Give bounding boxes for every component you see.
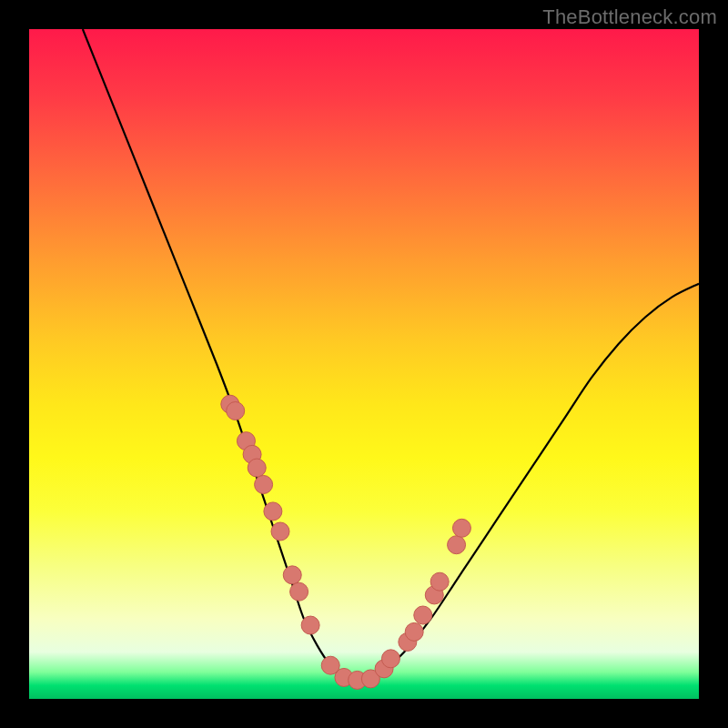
chart-svg bbox=[29, 29, 699, 699]
highlight-dot bbox=[448, 536, 466, 554]
highlight-dot bbox=[301, 616, 319, 634]
highlight-dot bbox=[405, 622, 423, 641]
highlight-dot bbox=[430, 572, 449, 591]
highlight-dots-group bbox=[221, 395, 471, 689]
chart-frame: TheBottleneck.com bbox=[0, 0, 728, 728]
highlight-dot bbox=[227, 402, 245, 420]
highlight-dot bbox=[264, 502, 282, 521]
highlight-dot bbox=[452, 519, 470, 537]
watermark-text: TheBottleneck.com bbox=[542, 5, 717, 29]
highlight-dot bbox=[381, 650, 399, 668]
bottleneck-curve bbox=[83, 29, 699, 681]
plot-area bbox=[29, 29, 699, 699]
highlight-dot bbox=[248, 459, 266, 477]
highlight-dot bbox=[283, 566, 301, 584]
highlight-dot bbox=[255, 475, 273, 493]
highlight-dot bbox=[271, 522, 289, 541]
highlight-dot bbox=[290, 582, 308, 601]
highlight-dot bbox=[414, 606, 432, 624]
